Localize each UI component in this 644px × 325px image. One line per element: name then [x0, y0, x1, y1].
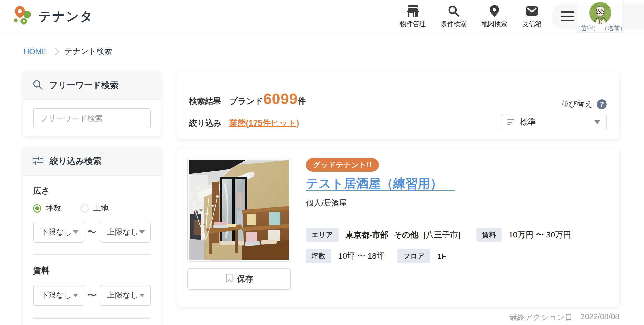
nav-item-condition-search[interactable]: 条件検索 [441, 5, 467, 28]
store-icon [406, 5, 419, 17]
sliders-icon [32, 156, 44, 166]
bookmark-icon [225, 273, 233, 285]
filter-search-card: 絞り込み検索 広さ 坪数 土地 下限なし 〜 [23, 147, 161, 325]
filter-search-header: 絞り込み検索 [23, 147, 161, 176]
top-header: テナンタ 物件管理 [0, 0, 644, 33]
keyword-search-header: フリーワード検索 [23, 71, 161, 100]
rent-value: 10万円 〜 30万円 [509, 229, 571, 240]
radio-tsubo[interactable]: 坪数 [33, 203, 61, 214]
size-section-heading: 広さ [33, 185, 151, 196]
result-count-unit: 件 [298, 96, 306, 107]
nav-item-property-management[interactable]: 物件管理 [400, 5, 426, 28]
keyword-search-input[interactable] [33, 108, 151, 128]
area-city: [八王子市] [424, 229, 460, 240]
brand-logo-icon [13, 5, 34, 28]
good-tenant-badge: グッドテナント!! [306, 158, 379, 172]
top-nav: 物件管理 条件検索 地図検索 [400, 0, 542, 33]
listing-photo [187, 158, 291, 262]
avatar [589, 2, 611, 24]
listing-title-link[interactable]: テスト居酒屋（練習用） [306, 175, 455, 192]
refine-label: 絞り込み [189, 118, 229, 129]
results-summary-card: 検索結果 ブランド 6099 件 絞り込み 業態(175件ヒット) 並び替え ? [177, 71, 619, 139]
sort-order-icon [507, 119, 515, 125]
breadcrumb-home-link[interactable]: HOME [24, 47, 47, 56]
filter-search-title: 絞り込み検索 [50, 155, 102, 167]
attr-row-2: 坪数 10坪 〜 18坪 フロア 1F [306, 249, 446, 263]
section-divider [33, 318, 151, 319]
last-action-label: 最終アクション日 [509, 312, 572, 323]
chevron-down-icon [594, 120, 600, 124]
floor-tag: フロア [397, 249, 430, 263]
size-max-select[interactable]: 上限なし [100, 222, 151, 243]
results-label: 検索結果 [189, 96, 229, 107]
brand-logo[interactable]: テナンタ [13, 0, 93, 33]
area-region: 東京都-市部 [346, 229, 388, 240]
nav-label: 受信箱 [522, 20, 542, 28]
user-last-name: （苗字） [575, 24, 599, 32]
sort-select[interactable]: 標準 [501, 114, 607, 130]
nav-label: 条件検索 [441, 20, 467, 28]
radio-label: 土地 [93, 203, 109, 214]
size-type-radio-group: 坪数 土地 [33, 203, 151, 214]
chevron-down-icon [139, 294, 145, 297]
listing-info-column: グッドテナント!! テスト居酒屋（練習用） 個人/居酒屋 エリア 東京都-市部 … [306, 158, 609, 290]
tenant-listing-card: 保存 グッドテナント!! テスト居酒屋（練習用） 個人/居酒屋 エリア 東京都-… [177, 148, 619, 307]
chevron-down-icon [73, 230, 78, 234]
chevron-down-icon [139, 230, 145, 234]
size-max-value: 上限なし [107, 227, 139, 237]
refine-hits-link[interactable]: 業態(175件ヒット) [229, 118, 299, 129]
area-sub: その他 [394, 229, 418, 240]
info-divider [306, 218, 609, 218]
range-separator: 〜 [87, 289, 97, 302]
listing-category: 個人/居酒屋 [306, 198, 347, 209]
breadcrumb: HOME テナント検索 [24, 46, 112, 57]
size-min-value: 下限なし [40, 227, 72, 237]
page: テナンタ 物件管理 [0, 0, 644, 325]
nav-label: 物件管理 [400, 20, 426, 28]
radio-label: 坪数 [46, 203, 61, 214]
keyword-search-card: フリーワード検索 [23, 71, 161, 137]
search-icon [447, 5, 460, 17]
area-tag: エリア [306, 228, 339, 242]
sort-selected-value: 標準 [520, 117, 594, 127]
map-pin-icon [488, 5, 501, 17]
radio-selected-icon [33, 204, 41, 213]
tsubo-value: 10坪 〜 18坪 [338, 251, 384, 262]
brand-count-label: ブランド [229, 96, 263, 107]
user-name: （苗字） （名前） [575, 24, 626, 32]
rent-max-select[interactable]: 上限なし [100, 285, 151, 306]
radio-land[interactable]: 土地 [80, 203, 109, 214]
brand-name: テナンタ [39, 8, 93, 25]
help-icon[interactable]: ? [597, 99, 607, 109]
nav-item-inbox[interactable]: 受信箱 [522, 5, 542, 28]
save-button-label: 保存 [237, 274, 253, 285]
save-button[interactable]: 保存 [187, 268, 291, 290]
floor-value: 1F [437, 252, 446, 261]
nav-item-map-search[interactable]: 地図検索 [482, 5, 507, 28]
hamburger-menu-icon[interactable] [561, 11, 574, 21]
rent-range-row: 下限なし 〜 上限なし [33, 285, 151, 306]
listing-media-column: 保存 [187, 158, 291, 290]
user-account-button[interactable]: （苗字） （名前） [577, 1, 624, 33]
size-min-select[interactable]: 下限なし [33, 222, 84, 243]
nav-label: 地図検索 [482, 20, 507, 28]
tsubo-tag: 坪数 [306, 249, 331, 263]
envelope-icon [525, 5, 538, 17]
last-action-date: 最終アクション日 2022/08/08 [509, 312, 619, 323]
last-action-value: 2022/08/08 [580, 312, 619, 323]
attr-row-1: エリア 東京都-市部 その他 [八王子市] 賃料 10万円 〜 30万円 [306, 228, 571, 242]
rent-max-value: 上限なし [107, 290, 139, 301]
chevron-right-icon [52, 48, 59, 55]
breadcrumb-current: テナント検索 [65, 46, 112, 57]
radio-unselected-icon [80, 204, 89, 213]
results-summary: 検索結果 ブランド 6099 件 絞り込み 業態(175件ヒット) [189, 90, 306, 130]
sort-label: 並び替え [561, 99, 593, 109]
section-divider [33, 254, 151, 255]
range-separator: 〜 [87, 226, 97, 239]
search-icon [32, 80, 43, 91]
rent-min-select[interactable]: 下限なし [33, 285, 84, 306]
size-range-row: 下限なし 〜 上限なし [33, 222, 151, 243]
user-first-name: （名前） [601, 24, 626, 32]
rent-min-value: 下限なし [40, 290, 72, 301]
chevron-down-icon [73, 294, 78, 297]
